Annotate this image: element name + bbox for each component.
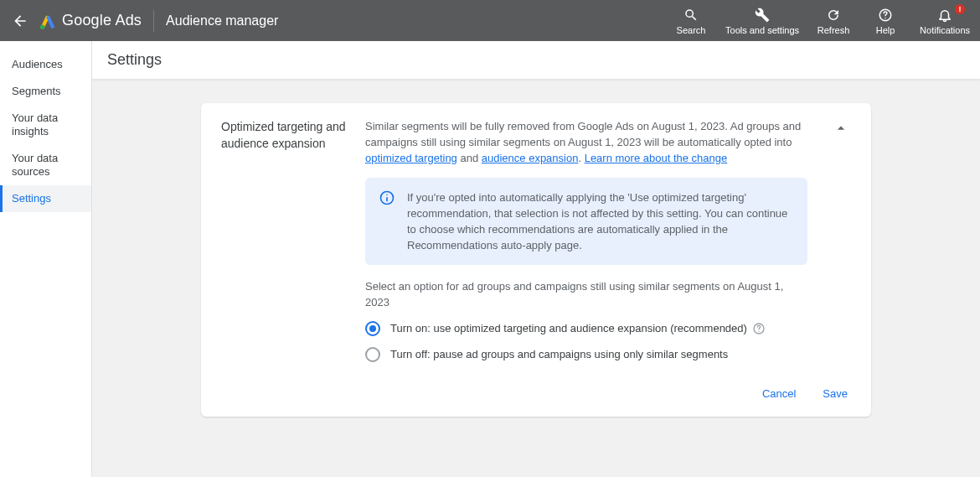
option-turn-on[interactable]: Turn on: use optimized targeting and aud… [365,320,807,336]
notifications-badge: ! [955,4,965,14]
chevron-up-icon [833,120,849,137]
radio-on [365,321,380,336]
help-icon [878,8,893,23]
link-learn-more[interactable]: Learn more about the change [585,152,728,164]
radio-off [365,347,380,362]
page-title: Settings [107,51,965,69]
sidebar-item-data-insights[interactable]: Your data insights [0,105,91,145]
intro-text: Similar segments will be fully removed f… [365,120,801,164]
help-outline-icon [752,322,766,335]
refresh-button[interactable]: Refresh [816,7,851,35]
info-callout: If you're opted into automatically apply… [365,178,807,265]
back-button[interactable] [10,11,30,31]
bell-icon [937,8,952,23]
cancel-button[interactable]: Cancel [759,382,799,405]
divider [153,10,154,32]
google-ads-logo-icon [39,12,57,30]
product-name: Google Ads [62,12,142,29]
collapse-toggle[interactable] [831,118,851,138]
link-audience-expansion[interactable]: audience expansion [482,152,579,164]
info-icon [379,189,395,206]
sidebar-item-data-sources[interactable]: Your data sources [0,145,91,185]
help-button[interactable]: Help [868,7,903,35]
sidebar-item-segments[interactable]: Segments [0,78,91,105]
svg-point-5 [386,194,388,195]
section-title: Optimized targeting and audience expansi… [221,118,347,152]
select-prompt: Select an option for ad groups and campa… [365,278,807,310]
module-title: Audience manager [166,13,278,29]
search-icon [683,8,699,23]
wrench-icon [755,8,770,23]
sidebar: Audiences Segments Your data insights Yo… [0,41,92,477]
info-text: If you're opted into automatically apply… [407,189,794,253]
option-turn-off[interactable]: Turn off: pause ad groups and campaigns … [365,346,807,362]
svg-point-0 [40,24,45,29]
settings-card: Optimized targeting and audience expansi… [201,103,871,417]
svg-point-2 [885,18,886,19]
product-logo: Google Ads [39,12,142,30]
option-help-button[interactable] [752,322,766,335]
search-button[interactable]: Search [673,7,709,35]
tools-settings-button[interactable]: Tools and settings [725,7,799,35]
arrow-left-icon [12,13,28,29]
option-off-label: Turn off: pause ad groups and campaigns … [390,346,728,362]
sidebar-item-settings[interactable]: Settings [0,185,91,212]
notifications-button[interactable]: ! Notifications [920,7,970,35]
link-optimized-targeting[interactable]: optimized targeting [365,152,457,164]
save-button[interactable]: Save [819,382,851,405]
sidebar-item-audiences[interactable]: Audiences [0,51,91,78]
refresh-icon [826,8,841,23]
svg-point-7 [758,330,759,331]
option-on-label: Turn on: use optimized targeting and aud… [390,320,747,336]
